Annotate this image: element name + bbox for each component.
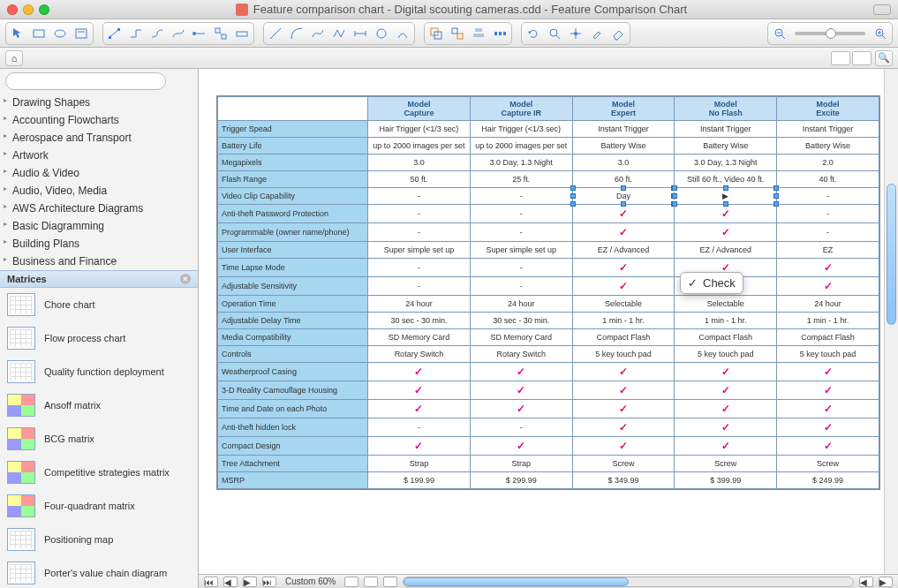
table-cell[interactable]: ✓ bbox=[777, 381, 879, 400]
table-cell[interactable]: 3.0 bbox=[572, 155, 675, 171]
table-cell[interactable]: Battery Wise bbox=[777, 138, 879, 155]
template-item[interactable]: Porter's value chain diagram bbox=[0, 556, 198, 588]
table-cell[interactable]: ✓ bbox=[368, 381, 471, 400]
table-cell[interactable]: 50 ft. bbox=[368, 171, 471, 188]
table-cell[interactable]: 3.0 Day, 1.3 Night bbox=[675, 155, 777, 171]
horizontal-scrollbar[interactable] bbox=[403, 577, 854, 587]
close-category-button[interactable]: × bbox=[180, 274, 191, 284]
table-cell[interactable]: ✓ bbox=[572, 400, 675, 418]
shape-tool-2[interactable] bbox=[393, 25, 412, 42]
table-cell[interactable]: 30 sec - 30 min. bbox=[368, 313, 471, 329]
category-item[interactable]: Business and Finance bbox=[0, 253, 198, 270]
table-cell[interactable]: ✓ bbox=[572, 381, 675, 400]
table-cell[interactable]: - bbox=[368, 418, 471, 437]
rotate-tool[interactable] bbox=[524, 25, 543, 42]
table-cell[interactable]: 1 min - 1 hr. bbox=[777, 313, 879, 329]
table-cell[interactable]: Compact Flash bbox=[572, 329, 675, 346]
template-item[interactable]: Four-quadrant matrix bbox=[0, 489, 198, 523]
table-cell[interactable]: 5 key touch pad bbox=[777, 346, 879, 363]
vertical-scrollbar[interactable] bbox=[884, 69, 898, 574]
connector-tool-6[interactable] bbox=[211, 25, 230, 42]
template-item[interactable]: Ansoff matrix bbox=[0, 388, 198, 422]
table-cell[interactable]: ✓ bbox=[572, 205, 675, 223]
arc-tool[interactable] bbox=[287, 25, 306, 42]
table-cell[interactable]: Rotary Switch bbox=[470, 346, 572, 363]
table-cell[interactable]: ✓ bbox=[470, 381, 572, 400]
template-item[interactable]: Quality function deployment bbox=[0, 355, 198, 388]
table-cell[interactable]: ✓ bbox=[572, 418, 675, 437]
table-cell[interactable]: Instant Trigger bbox=[777, 121, 879, 138]
distribute-tool[interactable] bbox=[490, 25, 509, 42]
table-cell[interactable]: EZ / Advanced bbox=[572, 242, 675, 259]
connector-tool-4[interactable] bbox=[169, 25, 188, 42]
home-button[interactable]: ⌂ bbox=[5, 50, 23, 66]
table-cell[interactable]: ✓ bbox=[777, 259, 879, 277]
table-cell[interactable]: - bbox=[470, 277, 572, 296]
template-item[interactable]: BCG matrix bbox=[0, 422, 198, 456]
page-prev-button[interactable]: ◀ bbox=[223, 577, 238, 587]
table-cell[interactable]: Battery Wise bbox=[675, 138, 777, 155]
table-cell[interactable]: SD Memory Card bbox=[470, 329, 572, 346]
table-cell[interactable]: EZ bbox=[777, 242, 879, 259]
table-cell[interactable]: ✓ bbox=[572, 437, 675, 456]
table-cell[interactable]: ✓ bbox=[572, 363, 675, 381]
scroll-left-button[interactable]: ◀ bbox=[859, 577, 873, 587]
table-cell[interactable]: $ 349.99 bbox=[572, 472, 675, 489]
category-item[interactable]: AWS Architecture Diagrams bbox=[0, 200, 198, 217]
table-cell[interactable]: Selectable bbox=[572, 296, 675, 313]
zoom-level-label[interactable]: Custom 60% bbox=[282, 577, 339, 586]
table-cell[interactable]: ✓ bbox=[675, 205, 777, 223]
table-cell[interactable]: ✓ bbox=[777, 363, 879, 381]
table-cell[interactable]: 1 min - 1 hr. bbox=[675, 313, 777, 329]
table-cell[interactable]: ✓ bbox=[572, 277, 675, 296]
table-cell[interactable]: up to 2000 images per set bbox=[470, 138, 572, 155]
category-item[interactable]: Building Plans bbox=[0, 235, 198, 253]
category-item[interactable]: Accounting Flowcharts bbox=[0, 111, 198, 129]
table-cell[interactable]: ✓ bbox=[777, 437, 879, 456]
table-cell[interactable]: ✓ bbox=[368, 363, 471, 381]
table-cell[interactable]: Super simple set up bbox=[368, 242, 471, 259]
table-cell[interactable]: Rotary Switch bbox=[368, 346, 471, 363]
table-cell[interactable]: Day bbox=[572, 188, 675, 205]
connector-tool-3[interactable] bbox=[147, 25, 167, 42]
connector-tool-5[interactable] bbox=[190, 25, 209, 42]
table-cell[interactable]: - bbox=[470, 188, 572, 205]
table-cell[interactable]: - bbox=[777, 205, 879, 223]
category-item[interactable]: Artwork bbox=[0, 147, 198, 164]
page-last-button[interactable]: ⏭ bbox=[262, 577, 276, 587]
table-cell[interactable]: - bbox=[368, 277, 471, 296]
table-cell[interactable]: Super simple set up bbox=[470, 242, 572, 259]
table-cell[interactable]: Instant Trigger bbox=[572, 121, 675, 138]
table-cell[interactable]: ✓ bbox=[777, 400, 879, 418]
table-cell[interactable]: ✓ bbox=[675, 363, 777, 381]
table-cell[interactable]: EZ / Advanced bbox=[675, 242, 777, 259]
table-cell[interactable]: $ 199.99 bbox=[368, 472, 471, 489]
table-cell[interactable]: ✓ bbox=[572, 259, 675, 277]
table-cell[interactable]: 3.0 bbox=[368, 155, 471, 171]
table-cell[interactable]: SD Memory Card bbox=[368, 329, 471, 346]
category-item[interactable]: Aerospace and Transport bbox=[0, 129, 198, 147]
dimension-tool[interactable] bbox=[351, 25, 370, 42]
page-first-button[interactable]: ⏮ bbox=[204, 577, 218, 587]
table-cell[interactable]: 1 min - 1 hr. bbox=[572, 313, 675, 329]
table-cell[interactable]: - bbox=[777, 188, 879, 205]
drawing-canvas[interactable]: ModelCaptureModelCapture IRModelExpertMo… bbox=[199, 69, 898, 588]
template-item[interactable]: Positioning map bbox=[0, 523, 198, 556]
table-cell[interactable]: ✓ bbox=[675, 223, 777, 242]
table-cell[interactable]: ▶ bbox=[675, 188, 777, 205]
table-cell[interactable]: - bbox=[470, 205, 572, 223]
connector-tool-2[interactable] bbox=[126, 25, 146, 42]
table-cell[interactable]: - bbox=[470, 418, 572, 437]
table-cell[interactable]: ✓ bbox=[675, 400, 777, 418]
table-cell[interactable]: Screw bbox=[572, 456, 675, 472]
align-tool[interactable] bbox=[469, 25, 488, 42]
table-cell[interactable]: ✓ bbox=[777, 277, 879, 296]
thumbnail-view-button[interactable] bbox=[852, 51, 872, 65]
eyedropper-tool[interactable] bbox=[587, 25, 607, 42]
table-cell[interactable]: ✓ bbox=[572, 223, 675, 242]
table-cell[interactable]: Compact Flash bbox=[675, 329, 777, 346]
table-cell[interactable]: ✓ bbox=[368, 437, 471, 456]
table-cell[interactable]: $ 299.99 bbox=[470, 472, 572, 489]
active-category-header[interactable]: Matrices × bbox=[0, 270, 198, 288]
table-cell[interactable]: 24 hour bbox=[777, 296, 879, 313]
